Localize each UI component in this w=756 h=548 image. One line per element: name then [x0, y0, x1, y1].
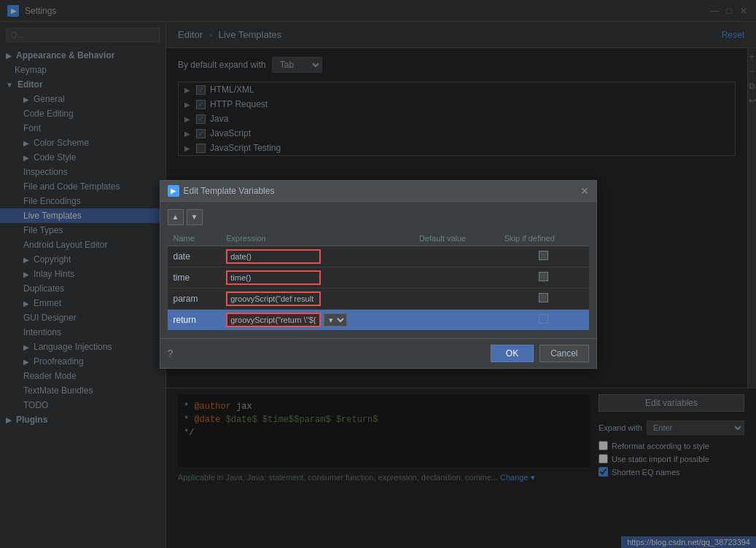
- dialog-toolbar: ▲ ▼: [168, 209, 589, 225]
- col-skip-if-defined: Skip if defined: [499, 231, 589, 246]
- expr-input-date[interactable]: [226, 249, 321, 264]
- dialog-action-buttons: OK Cancel: [491, 345, 589, 362]
- skip-checkbox-param[interactable]: [539, 293, 548, 302]
- table-row: time: [168, 267, 589, 288]
- dialog-overlay: ▶ Edit Template Variables ✕ ▲ ▼ Name Exp…: [0, 0, 756, 548]
- expr-dropdown-return[interactable]: ▾: [324, 313, 347, 326]
- col-expression: Expression: [220, 231, 413, 246]
- var-default-return: [413, 309, 499, 330]
- cancel-button[interactable]: Cancel: [539, 345, 588, 362]
- col-name: Name: [168, 231, 221, 246]
- var-skip-param[interactable]: [499, 288, 589, 309]
- expr-input-time[interactable]: [226, 270, 321, 285]
- var-name-date: date: [168, 246, 221, 267]
- skip-checkbox-date[interactable]: [539, 251, 548, 260]
- col-default-value: Default value: [413, 231, 499, 246]
- var-default-param: [413, 288, 499, 309]
- var-name-param: param: [168, 288, 221, 309]
- var-expr-date[interactable]: [220, 246, 413, 267]
- help-button[interactable]: ?: [168, 348, 174, 359]
- var-skip-date[interactable]: [499, 246, 589, 267]
- skip-checkbox-time[interactable]: [539, 272, 548, 281]
- ok-button[interactable]: OK: [491, 345, 534, 362]
- table-row: date: [168, 246, 589, 267]
- var-name-return: return: [168, 309, 221, 330]
- move-down-button[interactable]: ▼: [187, 209, 203, 225]
- expr-input-return[interactable]: [226, 313, 321, 327]
- dialog-footer: ? OK Cancel: [160, 338, 596, 368]
- dialog-title: ▶ Edit Template Variables: [168, 185, 275, 197]
- variables-table: Name Expression Default value Skip if de…: [168, 231, 589, 331]
- var-expr-time[interactable]: [220, 267, 413, 288]
- var-skip-return[interactable]: [499, 309, 589, 330]
- var-skip-time[interactable]: [499, 267, 589, 288]
- var-default-date: [413, 246, 499, 267]
- expr-input-param[interactable]: [226, 291, 321, 306]
- skip-checkbox-return[interactable]: [539, 314, 548, 324]
- var-name-time: time: [168, 267, 221, 288]
- dialog-body: ▲ ▼ Name Expression Default value Skip i…: [160, 202, 596, 338]
- dialog-title-text: Edit Template Variables: [184, 186, 275, 196]
- var-default-time: [413, 267, 499, 288]
- var-expr-param[interactable]: [220, 288, 413, 309]
- dialog-close-button[interactable]: ✕: [580, 185, 589, 197]
- var-expr-return[interactable]: ▾: [220, 309, 413, 330]
- dialog-title-bar: ▶ Edit Template Variables ✕: [160, 181, 596, 202]
- table-row: return ▾: [168, 309, 589, 330]
- table-row: param: [168, 288, 589, 309]
- edit-template-variables-dialog: ▶ Edit Template Variables ✕ ▲ ▼ Name Exp…: [160, 180, 597, 369]
- dialog-icon: ▶: [168, 185, 179, 197]
- move-up-button[interactable]: ▲: [168, 209, 184, 225]
